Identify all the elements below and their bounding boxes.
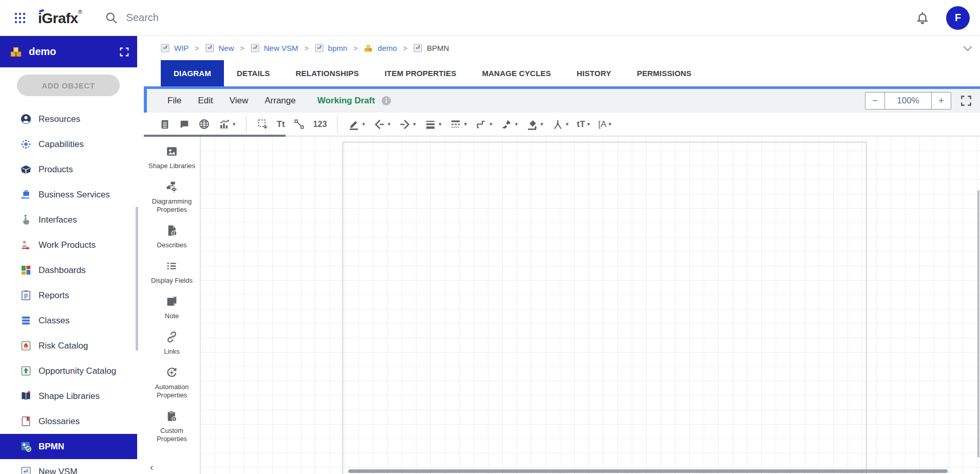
select-add-tool-button[interactable] [253,114,273,135]
sidebar-item-business-services[interactable]: Business Services [0,182,137,207]
fullscreen-icon[interactable] [959,94,973,107]
panel-item-automation-properties[interactable]: Automation Properties [146,366,198,399]
diagram-canvas[interactable] [200,136,980,474]
panel-item-display-fields[interactable]: Display Fields [146,259,198,285]
sidebar-item-label: Capabilities [39,139,84,150]
sidebar-item-work-products[interactable]: Work Products [0,232,137,258]
diagramming-properties-icon [165,180,179,193]
topbar: iGrafx® F [0,0,980,36]
display-fields-icon [165,259,179,272]
sidebar-item-products[interactable]: Products [0,157,137,182]
search-icon [105,11,118,25]
line-color-button[interactable]: ▾ [344,114,369,135]
line-weight-button[interactable]: ▾ [420,114,446,135]
links-icon [165,330,179,343]
collapse-panel-chevron[interactable]: ‹ [150,461,154,473]
search-input[interactable] [126,12,414,24]
breadcrumb-item-new[interactable]: New [205,44,234,52]
globe-tool-button[interactable] [194,114,214,135]
user-avatar[interactable]: F [946,6,970,30]
document-tool-button[interactable] [155,114,175,135]
sidebar-item-glossaries[interactable]: Glossaries [0,409,137,434]
dropdown-caret-icon: ▾ [587,121,590,127]
sidebar-item-opportunity-catalog[interactable]: Opportunity Catalog [0,358,137,384]
sidebar-item-dashboards[interactable]: Dashboards [0,258,137,283]
expand-sidebar-icon[interactable] [119,46,130,58]
tab-history[interactable]: HISTORY [564,60,624,86]
breadcrumb-item-new-vsm[interactable]: New VSM [251,44,298,52]
menu-file[interactable]: File [159,96,190,106]
text-tool-button[interactable]: Tt [273,114,289,135]
vertical-scrollbar[interactable] [977,190,979,458]
tab-relationships[interactable]: RELATIONSHIPS [283,60,372,86]
notifications-button[interactable] [914,10,931,26]
arrow-end-button[interactable]: ▾ [394,114,420,135]
tab-details[interactable]: DETAILS [224,60,282,86]
panel-item-links[interactable]: Links [146,330,198,356]
sidebar-item-classes[interactable]: Classes [0,308,137,333]
zoom-control: − 100% + [865,92,951,110]
tab-diagram[interactable]: DIAGRAM [161,60,224,86]
apps-grid-button[interactable] [10,8,30,28]
sidebar-item-risk-catalog[interactable]: Risk Catalog [0,333,137,358]
working-draft-status[interactable]: Working Draft [317,96,375,106]
sidebar-item-shape-libraries[interactable]: Shape Libraries [0,384,137,409]
panel-item-describes[interactable]: Describes [146,224,198,249]
sidebar-item-label: Resources [39,114,80,124]
sidebar-item-bpmn[interactable]: BPMN [0,434,137,459]
diagram-icon [161,44,169,52]
text-style-button[interactable]: [A ▾ [594,114,616,135]
sidebar-item-capabilities[interactable]: Capabilities [0,132,137,157]
panel-item-custom-properties[interactable]: Custom Properties [146,409,198,443]
work-products-icon [20,239,32,251]
font-size-icon: tT [577,119,585,130]
numbering-icon: 123 [313,120,327,129]
fill-color-button[interactable]: ▾ [522,114,548,135]
sidebar-item-label: Business Services [39,190,110,200]
new-vsm-icon [20,466,32,474]
dropdown-caret-icon: ▾ [566,121,569,127]
horizontal-scrollbar[interactable] [348,469,948,473]
connector-style-button[interactable]: ▾ [471,114,497,135]
repository-header: demo [0,36,137,67]
breadcrumb-item-wip[interactable]: WIP [161,44,189,52]
diagram-toolbar: ▾ Tt 123 ▾ ▾ ▾ ▾ [144,113,980,136]
zoom-out-button[interactable]: − [865,93,885,109]
line-style-button[interactable]: ▾ [445,114,471,135]
numbering-tool-button[interactable]: 123 [309,114,331,135]
menu-edit[interactable]: Edit [190,96,221,106]
add-object-button[interactable]: ADD OBJECT [17,75,120,96]
sidebar-scrollbar[interactable] [136,207,138,351]
dropdown-caret-icon: ▾ [439,121,442,127]
font-size-button[interactable]: tT ▾ [573,114,594,135]
arrow-start-button[interactable]: ▾ [369,114,395,135]
sidebar-item-interfaces[interactable]: Interfaces [0,207,137,232]
sidebar-item-resources[interactable]: Resources [0,106,137,132]
chart-icon [218,118,231,131]
zoom-in-button[interactable]: + [931,93,951,109]
info-icon[interactable] [381,96,391,106]
panel-item-shape-libraries[interactable]: Shape Libraries [146,144,198,170]
panel-item-note[interactable]: Note [146,295,198,320]
chart-tool-button[interactable]: ▾ [214,114,240,135]
breadcrumb-item-bpmn-current: BPMN [413,44,449,52]
chevron-down-icon[interactable] [962,42,974,54]
tab-manage-cycles[interactable]: MANAGE CYCLES [469,60,563,86]
breadcrumb-item-demo[interactable]: demo [364,44,397,53]
breadcrumb-item-bpmn-folder[interactable]: bpmn [315,44,348,52]
menu-arrange[interactable]: Arrange [256,96,304,106]
junction-style-button[interactable]: ▾ [548,114,573,135]
tab-permissions[interactable]: PERMISSIONS [624,60,704,86]
connector-tool-button[interactable] [289,114,309,135]
panel-item-diagramming-properties[interactable]: Diagramming Properties [146,180,198,214]
bell-icon [915,11,930,25]
sidebar-item-reports[interactable]: Reports [0,283,137,308]
brush-tool-button[interactable]: ▾ [496,114,522,135]
menu-view[interactable]: View [221,96,257,106]
tab-item-properties[interactable]: ITEM PROPERTIES [372,60,469,86]
comment-tool-button[interactable] [175,114,194,135]
panel-top-divider [144,135,286,137]
sidebar-item-new-vsm[interactable]: New VSM [0,459,137,474]
diagram-icon [413,44,422,52]
dropdown-caret-icon: ▾ [413,121,416,127]
